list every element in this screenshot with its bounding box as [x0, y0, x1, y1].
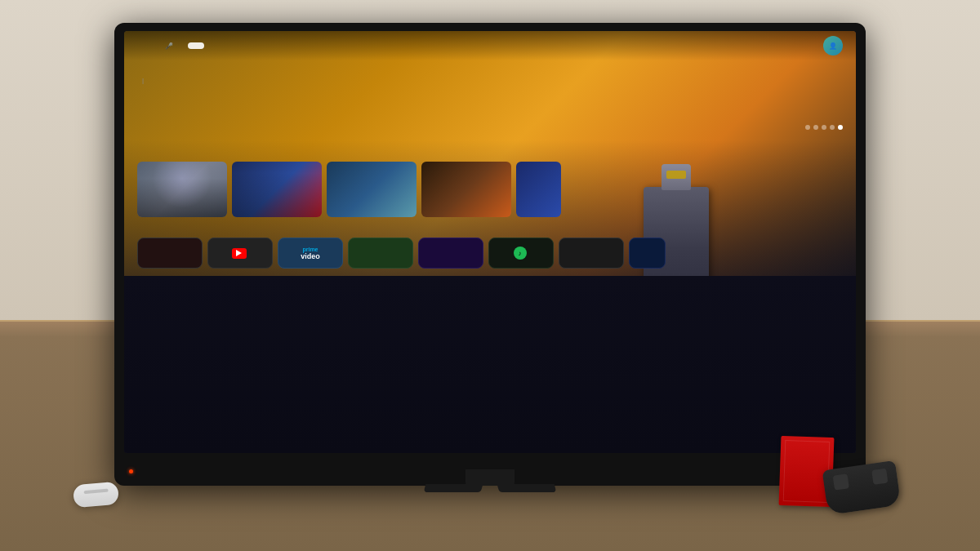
youtube-logo [232, 248, 249, 259]
tv-screen: 🎤 👤 | [124, 31, 856, 453]
carousel-dot-4[interactable] [830, 125, 835, 130]
app-netflix[interactable] [137, 238, 203, 269]
movies-cards-row [124, 162, 856, 217]
apps-row: prime video ♪ [124, 238, 856, 269]
hero-metadata: | [137, 77, 149, 84]
nav-item-apps[interactable] [247, 42, 263, 49]
separator: | [142, 77, 144, 84]
app-spotify[interactable]: ♪ [488, 238, 554, 269]
carousel-dot-2[interactable] [813, 125, 818, 130]
nav-item-movies[interactable] [207, 42, 224, 49]
tv-bezel: 🎤 👤 | [124, 31, 856, 453]
carousel-dot-3[interactable] [822, 125, 826, 130]
carousel-dot-1[interactable] [805, 125, 810, 130]
app-youtube[interactable] [207, 238, 273, 269]
nav-item-for-you[interactable] [188, 42, 204, 49]
nav-item-shows[interactable] [227, 42, 243, 49]
movie-card-airbender[interactable] [327, 162, 416, 217]
tv-stand-base-left [424, 484, 483, 492]
movie-card-spiderman[interactable] [232, 162, 322, 217]
nav-item-search[interactable]: 🎤 [157, 39, 185, 53]
power-led [129, 469, 133, 473]
user-avatar[interactable]: 👤 [823, 36, 843, 56]
prime-video-text: video [301, 252, 320, 260]
tv-stand-base-right [497, 484, 557, 492]
app-motogp[interactable] [559, 238, 624, 269]
search-mic-icon: 🎤 [165, 42, 173, 50]
spotify-logo: ♪ [514, 247, 529, 260]
spotify-icon: ♪ [514, 247, 527, 260]
top-picks-section [124, 158, 856, 217]
prime-logo: prime video [301, 247, 320, 260]
screen-bottom-overlay [124, 276, 856, 453]
tv-unit: 🎤 👤 | [114, 23, 866, 486]
movie-card-24hours[interactable] [421, 162, 511, 217]
movie-card-disney[interactable] [516, 162, 561, 217]
tv-stand-neck [466, 469, 514, 486]
hero-content: | [137, 72, 149, 84]
navigation-bar: 🎤 👤 [124, 31, 856, 60]
carousel-dot-5[interactable] [838, 125, 843, 130]
app-hbomax[interactable] [418, 238, 483, 269]
movie-card-district9[interactable] [137, 162, 227, 217]
youtube-play-icon [232, 248, 247, 259]
carousel-dots [805, 125, 843, 130]
nav-item-library[interactable] [266, 42, 283, 49]
nav-item-google-tv[interactable] [137, 42, 154, 49]
your-apps-section: prime video ♪ [124, 233, 856, 269]
app-espn[interactable] [629, 238, 666, 269]
app-hulu[interactable] [348, 238, 413, 269]
prime-text: prime [302, 247, 318, 252]
app-prime-video[interactable]: prime video [278, 238, 343, 269]
